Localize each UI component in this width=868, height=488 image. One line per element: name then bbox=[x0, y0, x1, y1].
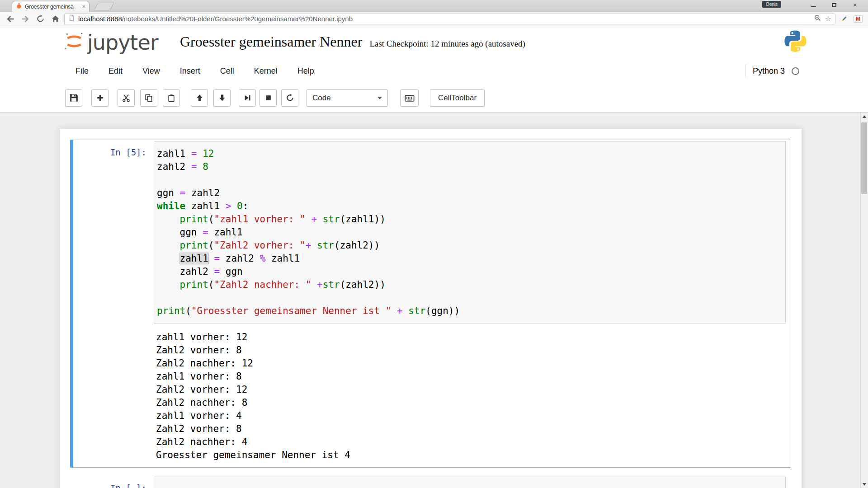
menu-item-file[interactable]: File bbox=[75, 66, 89, 76]
gmail-icon: M bbox=[854, 15, 863, 23]
kernel-idle-icon bbox=[792, 67, 799, 75]
back-button[interactable] bbox=[5, 13, 16, 25]
window-close-button[interactable]: × bbox=[844, 0, 865, 10]
stop-icon bbox=[264, 94, 272, 102]
kernel-name: Python 3 bbox=[753, 66, 785, 76]
output-line: Zahl2 nachher: 8 bbox=[156, 396, 791, 409]
cell-type-dropdown[interactable]: Code bbox=[307, 89, 388, 107]
scrollbar-up-button[interactable] bbox=[861, 113, 868, 120]
menu-bar-items: FileEditViewInsertCellKernelHelp bbox=[75, 66, 314, 76]
code-line: zahl1 = 12 bbox=[157, 147, 785, 160]
menu-item-view[interactable]: View bbox=[142, 66, 160, 76]
restart-icon bbox=[286, 94, 294, 102]
arrow-up-icon bbox=[196, 94, 203, 102]
scrollbar-down-button[interactable] bbox=[861, 480, 868, 488]
window-maximize-button[interactable] bbox=[824, 0, 844, 10]
address-bar[interactable]: localhost:8888/notebooks/Untitled%20Fold… bbox=[64, 14, 835, 24]
omnibox-right-icons: ☆ bbox=[814, 14, 831, 23]
plus-icon bbox=[96, 94, 104, 102]
code-line: print("Groesster gemeinsamer Nenner ist … bbox=[157, 305, 785, 318]
profile-badge: Denis bbox=[762, 1, 781, 8]
copy-icon bbox=[145, 94, 153, 102]
jupyter-logo-text: jupyter bbox=[87, 30, 158, 55]
notebook-toolbar: Code CellToolbar bbox=[0, 83, 868, 113]
window-controls: × bbox=[803, 0, 865, 10]
extension-pen-button[interactable] bbox=[839, 14, 849, 24]
save-button[interactable] bbox=[65, 89, 82, 107]
tab-close-icon[interactable]: × bbox=[82, 4, 85, 9]
insert-cell-below-button[interactable] bbox=[91, 89, 108, 107]
forward-button[interactable] bbox=[19, 13, 31, 25]
command-palette-button[interactable] bbox=[400, 89, 419, 107]
output-line: zahl1 vorher: 8 bbox=[156, 370, 791, 383]
celltoolbar-label: CellToolbar bbox=[438, 94, 476, 103]
jupyter-logo[interactable]: jupyter bbox=[62, 30, 158, 55]
code-line bbox=[157, 174, 785, 187]
page-scrollbar bbox=[860, 113, 868, 488]
zoom-icon[interactable] bbox=[814, 14, 821, 23]
restart-kernel-button[interactable] bbox=[281, 89, 298, 107]
maximize-icon bbox=[832, 3, 836, 7]
menu-item-kernel[interactable]: Kernel bbox=[254, 66, 278, 76]
notebook-site: In [5]: zahl1 = 12zahl2 = 8 ggn = zahl2w… bbox=[0, 113, 868, 488]
move-cell-down-button[interactable] bbox=[213, 89, 231, 107]
scrollbar-thumb[interactable] bbox=[861, 122, 867, 194]
output-line: zahl1 vorher: 12 bbox=[156, 331, 791, 344]
code-editor[interactable]: zahl1 = 12zahl2 = 8 ggn = zahl2while zah… bbox=[154, 141, 786, 324]
back-icon bbox=[6, 14, 15, 23]
browser-tab-strip: Groesster gemeinsa × Denis × bbox=[0, 0, 868, 12]
code-line: print("zahl1 vorher: " + str(zahl1)) bbox=[157, 213, 785, 226]
code-line: print("Zahl2 vorher: "+ str(zahl2)) bbox=[157, 239, 785, 252]
home-icon bbox=[51, 14, 60, 23]
tab-title: Groesster gemeinsa bbox=[25, 4, 80, 10]
kernel-divider bbox=[745, 64, 746, 78]
code-cell-selected[interactable]: In [5]: zahl1 = 12zahl2 = 8 ggn = zahl2w… bbox=[70, 140, 791, 468]
code-line bbox=[157, 291, 785, 305]
output-line: Zahl2 vorher: 12 bbox=[156, 383, 791, 396]
output-line: Zahl2 nachher: 4 bbox=[156, 436, 791, 449]
code-cell-empty[interactable]: In [ ]: bbox=[70, 475, 791, 488]
new-tab-button[interactable] bbox=[94, 3, 114, 10]
screen: Groesster gemeinsa × Denis × bbox=[0, 0, 868, 488]
page-icon bbox=[68, 14, 75, 23]
interrupt-kernel-button[interactable] bbox=[259, 89, 277, 107]
code-line: while zahl1 > 0: bbox=[157, 200, 785, 213]
input-prompt: In [ ]: bbox=[73, 477, 154, 488]
bookmark-star-icon[interactable]: ☆ bbox=[825, 15, 831, 23]
output-line: Groesster gemeinsamer Nenner ist 4 bbox=[156, 449, 791, 462]
menu-item-help[interactable]: Help bbox=[297, 66, 314, 76]
copy-cell-button[interactable] bbox=[140, 89, 157, 107]
menu-item-edit[interactable]: Edit bbox=[108, 66, 123, 76]
menu-bar: FileEditViewInsertCellKernelHelp bbox=[0, 59, 868, 83]
input-prompt: In [5]: bbox=[73, 141, 154, 324]
python-logo bbox=[783, 29, 807, 55]
code-editor[interactable] bbox=[154, 477, 786, 488]
cell-input-row: In [5]: zahl1 = 12zahl2 = 8 ggn = zahl2w… bbox=[73, 141, 791, 324]
kernel-indicator-area: Python 3 bbox=[745, 59, 799, 83]
code-line: ggn = zahl2 bbox=[157, 187, 785, 200]
notebook-title[interactable]: Groesster gemeinsamer Nenner bbox=[180, 33, 362, 50]
menu-item-insert[interactable]: Insert bbox=[180, 66, 200, 76]
window-minimize-button[interactable] bbox=[803, 0, 824, 10]
browser-tab-active[interactable]: Groesster gemeinsa × bbox=[12, 1, 90, 12]
paste-cell-button[interactable] bbox=[163, 89, 180, 107]
run-cell-button[interactable] bbox=[239, 89, 256, 107]
menu-item-cell[interactable]: Cell bbox=[220, 66, 234, 76]
chevron-down-icon bbox=[377, 97, 382, 99]
output-line: Zahl2 nachher: 12 bbox=[156, 357, 791, 370]
browser-toolbar: localhost:8888/notebooks/Untitled%20Fold… bbox=[0, 12, 868, 26]
reload-button[interactable] bbox=[34, 13, 46, 25]
gmail-extension-button[interactable]: M bbox=[853, 14, 863, 24]
cut-cell-button[interactable] bbox=[118, 89, 135, 107]
move-cell-up-button[interactable] bbox=[191, 89, 208, 107]
notebook-title-area: Groesster gemeinsamer Nenner Last Checkp… bbox=[180, 33, 525, 50]
cell-output-area: zahl1 vorher: 12Zahl2 vorher: 8Zahl2 nac… bbox=[156, 331, 791, 462]
code-line: zahl2 = 8 bbox=[157, 160, 785, 174]
url-text: localhost:8888/notebooks/Untitled%20Fold… bbox=[78, 15, 811, 23]
run-icon bbox=[244, 94, 251, 102]
home-button[interactable] bbox=[49, 13, 61, 25]
pen-icon bbox=[840, 15, 848, 23]
jupyter-logo-icon bbox=[62, 30, 86, 55]
scroll-down-icon bbox=[863, 483, 866, 486]
celltoolbar-button[interactable]: CellToolbar bbox=[430, 89, 485, 107]
